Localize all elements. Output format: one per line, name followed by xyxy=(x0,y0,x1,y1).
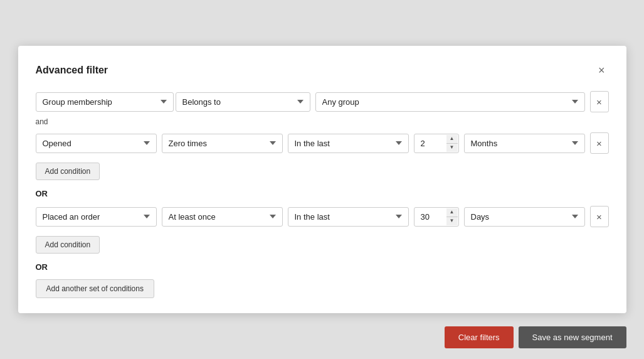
unit-select-group-3: Days Weeks Months Years xyxy=(464,207,585,227)
condition-select-group-3: At least once Zero times More than xyxy=(162,207,283,227)
filter-row-2: Opened Clicked Placed an order Zero time… xyxy=(36,132,609,154)
add-set-button[interactable]: Add another set of conditions xyxy=(36,279,154,298)
number-input-wrap-3: ▲ ▼ xyxy=(414,207,459,227)
field-select-group-1: Group membership Opened Placed an order xyxy=(36,92,171,112)
value-select-group-1: Any group Group A Group B xyxy=(315,92,585,112)
modal: Advanced filter × Group membership Opene… xyxy=(18,46,626,313)
unit-select-group-2: Days Weeks Months Years xyxy=(464,134,585,153)
time-select-3[interactable]: In the last Before After xyxy=(288,207,409,227)
time-select-2[interactable]: In the last Before After xyxy=(288,134,409,153)
spin-btns-3: ▲ ▼ xyxy=(446,208,458,225)
modal-wrapper: Advanced filter × Group membership Opene… xyxy=(18,46,626,313)
field-select-1[interactable]: Group membership Opened Placed an order xyxy=(36,92,174,112)
or-label-2: OR xyxy=(36,262,609,272)
footer-buttons: Clear filters Save as new segment xyxy=(445,326,626,348)
condition-select-group-2: Zero times At least once More than xyxy=(162,134,283,153)
modal-title: Advanced filter xyxy=(36,65,108,76)
value-select-1[interactable]: Any group Group A Group B xyxy=(315,92,585,112)
field-select-2[interactable]: Opened Clicked Placed an order xyxy=(36,134,157,153)
and-label: and xyxy=(36,117,609,126)
field-select-3[interactable]: Placed an order Opened Clicked xyxy=(36,207,157,227)
unit-select-2[interactable]: Days Weeks Months Years xyxy=(464,134,585,153)
condition-select-3[interactable]: At least once Zero times More than xyxy=(162,207,283,227)
field-select-group-3: Placed an order Opened Clicked xyxy=(36,207,157,227)
field-select-group-2: Opened Clicked Placed an order xyxy=(36,134,157,153)
spin-down-2[interactable]: ▼ xyxy=(446,144,458,152)
unit-select-3[interactable]: Days Weeks Months Years xyxy=(464,207,585,227)
or-label-1: OR xyxy=(36,189,609,198)
filter-row-1: Group membership Opened Placed an order … xyxy=(36,91,609,112)
spin-up-3[interactable]: ▲ xyxy=(446,208,458,217)
close-button[interactable]: × xyxy=(594,63,609,77)
condition-select-2[interactable]: Zero times At least once More than xyxy=(162,134,283,153)
clear-filters-button[interactable]: Clear filters xyxy=(445,326,514,348)
spin-btns-2: ▲ ▼ xyxy=(446,135,458,152)
remove-row-1-button[interactable]: × xyxy=(590,91,609,112)
time-select-group-2: In the last Before After xyxy=(288,134,409,153)
time-select-group-3: In the last Before After xyxy=(288,207,409,227)
condition-select-group-1: Belongs to Does not belong to xyxy=(176,92,310,112)
save-segment-button[interactable]: Save as new segment xyxy=(519,326,626,348)
condition-select-1[interactable]: Belongs to Does not belong to xyxy=(176,92,310,112)
modal-header: Advanced filter × xyxy=(36,63,609,77)
backdrop: Advanced filter × Group membership Opene… xyxy=(0,0,644,359)
add-condition-button-2[interactable]: Add condition xyxy=(36,236,100,254)
number-input-wrap-2: ▲ ▼ xyxy=(414,134,459,153)
remove-row-2-button[interactable]: × xyxy=(590,132,609,154)
spin-down-3[interactable]: ▼ xyxy=(446,217,458,225)
spin-up-2[interactable]: ▲ xyxy=(446,135,458,144)
filter-row-3: Placed an order Opened Clicked At least … xyxy=(36,206,609,227)
remove-row-3-button[interactable]: × xyxy=(590,206,609,227)
add-condition-button-1[interactable]: Add condition xyxy=(36,163,100,180)
